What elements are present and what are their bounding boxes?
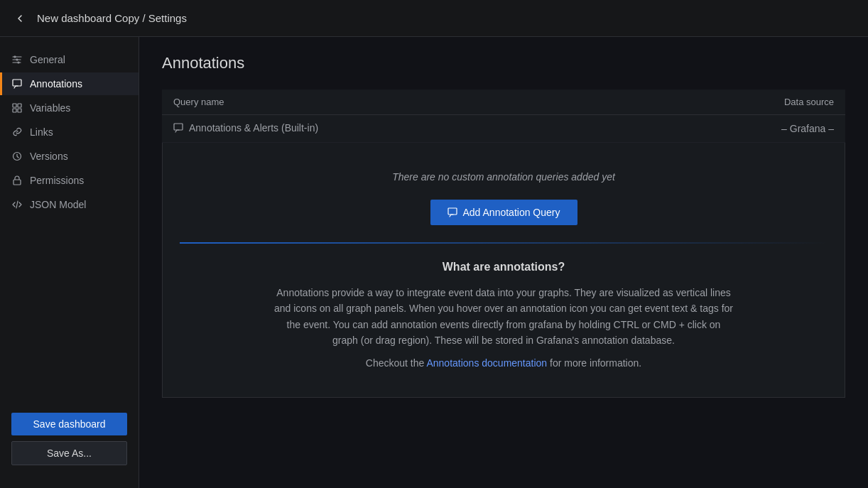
- annotations-table: Query name Data source Annotations & Ale…: [162, 90, 845, 143]
- col-data-source: Data source: [634, 90, 845, 115]
- annotation-query-name: Annotations & Alerts (Built-in): [162, 115, 634, 143]
- save-as-button[interactable]: Save As...: [11, 441, 127, 465]
- annotation-icon: [173, 123, 183, 133]
- lock-icon: [11, 175, 23, 185]
- what-checkout: Checkout the Annotations documentation f…: [273, 357, 734, 369]
- sidebar-label-versions: Versions: [30, 151, 68, 162]
- what-description: Annotations provide a way to integrate e…: [273, 285, 734, 349]
- svg-rect-7: [174, 124, 183, 130]
- sidebar-item-json-model[interactable]: JSON Model: [0, 193, 139, 216]
- sidebar-item-general[interactable]: General: [0, 48, 139, 71]
- grid-icon: [11, 103, 23, 113]
- sidebar-label-general: General: [30, 54, 65, 65]
- main-layout: General Annotations Variables: [0, 37, 868, 488]
- svg-rect-8: [448, 208, 457, 215]
- svg-rect-2: [18, 104, 21, 107]
- content-area: Annotations Query name Data source: [139, 37, 868, 488]
- sidebar-item-permissions[interactable]: Permissions: [0, 169, 139, 192]
- sidebar-item-annotations[interactable]: Annotations: [0, 72, 139, 95]
- no-queries-text: There are no custom annotation queries a…: [392, 171, 615, 183]
- back-icon: [14, 13, 26, 24]
- header: New dashboard Copy / Settings: [0, 0, 868, 37]
- sidebar-label-permissions: Permissions: [30, 175, 84, 186]
- sidebar-item-links[interactable]: Links: [0, 121, 139, 143]
- annotations-doc-link[interactable]: Annotations documentation: [426, 357, 547, 369]
- col-query-name: Query name: [162, 90, 634, 115]
- svg-rect-1: [13, 104, 16, 107]
- code-icon: [11, 200, 23, 210]
- sidebar-label-variables: Variables: [30, 102, 70, 114]
- sliders-icon: [11, 55, 23, 65]
- sidebar-item-variables[interactable]: Variables: [0, 97, 139, 119]
- link-icon: [11, 127, 23, 137]
- what-are-annotations-section: What are annotations? Annotations provid…: [273, 261, 734, 369]
- page-title: Annotations: [162, 54, 845, 72]
- annotations-info-section: There are no custom annotation queries a…: [162, 143, 845, 398]
- sidebar-item-versions[interactable]: Versions: [0, 145, 139, 168]
- history-icon: [11, 151, 23, 161]
- table-row[interactable]: Annotations & Alerts (Built-in) – Grafan…: [162, 115, 845, 143]
- sidebar-buttons: Save dashboard Save As...: [0, 401, 139, 477]
- sidebar-label-json-model: JSON Model: [30, 199, 86, 210]
- sidebar-label-links: Links: [30, 126, 53, 138]
- save-dashboard-button[interactable]: Save dashboard: [11, 413, 127, 435]
- back-button[interactable]: [11, 10, 28, 27]
- what-title: What are annotations?: [273, 261, 734, 273]
- svg-rect-4: [18, 109, 21, 112]
- svg-rect-3: [13, 109, 16, 112]
- annotation-data-source: – Grafana –: [634, 115, 845, 143]
- svg-rect-0: [13, 80, 21, 86]
- comment-icon: [11, 79, 23, 89]
- sidebar-label-annotations: Annotations: [30, 78, 82, 90]
- add-annotation-query-button[interactable]: Add Annotation Query: [430, 200, 577, 225]
- section-divider: [180, 242, 828, 244]
- add-annotation-icon: [447, 207, 457, 217]
- page-breadcrumb: New dashboard Copy / Settings: [37, 12, 187, 24]
- svg-rect-6: [13, 180, 21, 185]
- sidebar: General Annotations Variables: [0, 37, 139, 488]
